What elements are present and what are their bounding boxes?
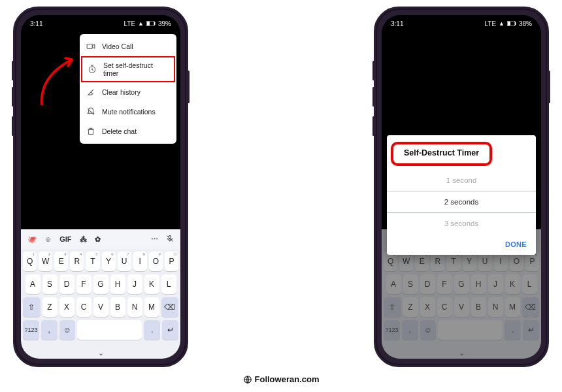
key-h[interactable]: H [110, 274, 125, 294]
key-shift[interactable]: ⇧ [23, 297, 41, 317]
key-b[interactable]: B [471, 297, 486, 317]
menu-item-clear-history[interactable]: Clear history [80, 82, 176, 102]
key-m[interactable]: M [144, 297, 159, 317]
kb-row-3: ⇧ZXCVBNM⌫ [384, 297, 539, 317]
chat-area: Video Call Set self-destruct timer Clear… [21, 32, 180, 359]
key-t[interactable]: T5 [86, 252, 99, 271]
key-f[interactable]: F [437, 274, 452, 294]
menu-item-mute[interactable]: Mute notifications [80, 102, 176, 122]
key-b[interactable]: B [110, 297, 125, 317]
key-n[interactable]: N [127, 297, 142, 317]
key-emoji[interactable]: ☺ [59, 320, 76, 340]
video-icon [86, 42, 95, 51]
signal-icon: ▲ [138, 20, 144, 27]
menu-item-self-destruct[interactable]: Set self-destruct timer [81, 56, 175, 82]
phone-left: 3:11 LTE ▲ 39% [13, 7, 188, 367]
mic-icon[interactable] [166, 235, 174, 244]
key-i[interactable]: I8 [133, 252, 147, 271]
menu-item-label: Set self-destruct timer [103, 61, 169, 77]
nav-gesture-hint: ⌄ [382, 347, 541, 359]
gif-button[interactable]: GIF [59, 235, 71, 243]
kb-row-4: ?123 , ☺ . ↵ [384, 320, 539, 340]
key-x[interactable]: X [59, 297, 74, 317]
key-c[interactable]: C [437, 297, 452, 317]
key-c[interactable]: C [76, 297, 91, 317]
status-battery-pct: 39% [158, 20, 171, 27]
timer-picker[interactable]: 1 second 2 seconds 3 seconds [387, 170, 536, 234]
menu-item-delete-chat[interactable]: Delete chat [80, 122, 176, 141]
key-k[interactable]: K [144, 274, 159, 294]
key-k[interactable]: K [505, 274, 520, 294]
translate-icon[interactable]: ⁂ [80, 235, 87, 244]
key-a[interactable]: A [25, 274, 41, 294]
key-comma[interactable]: , [402, 320, 418, 340]
mute-icon [86, 107, 95, 116]
key-d[interactable]: D [420, 274, 435, 294]
key-y[interactable]: Y6 [102, 252, 116, 271]
status-time: 3:11 [391, 20, 403, 27]
picker-option-selected[interactable]: 2 seconds [387, 191, 536, 213]
chevron-down-icon: ⌄ [459, 349, 465, 357]
key-v[interactable]: V [93, 297, 108, 317]
assistant-icon[interactable]: 🐙 [27, 235, 37, 244]
key-g[interactable]: G [93, 274, 108, 294]
kb-row-1: Q1W2E3R4T5Y6U7I8O9P0 [23, 252, 178, 271]
key-q[interactable]: Q1 [23, 252, 37, 271]
key-space[interactable] [438, 320, 503, 340]
key-g[interactable]: G [454, 274, 469, 294]
key-p[interactable]: P0 [165, 252, 178, 271]
menu-item-label: Mute notifications [102, 108, 156, 116]
settings-icon[interactable]: ✿ [95, 235, 101, 244]
key-e[interactable]: E3 [54, 252, 68, 271]
keyboard-toolbar: 🐙 ☺ GIF ⁂ ✿ ⋯ [21, 229, 180, 249]
timer-icon [88, 65, 97, 74]
key-shift[interactable]: ⇧ [384, 297, 401, 317]
broom-icon [86, 88, 95, 97]
chevron-down-icon: ⌄ [98, 349, 104, 357]
key-space[interactable] [77, 320, 142, 340]
key-z[interactable]: Z [403, 297, 418, 317]
key-m[interactable]: M [505, 297, 520, 317]
key-j[interactable]: J [127, 274, 142, 294]
key-backspace[interactable]: ⌫ [522, 297, 540, 317]
key-l[interactable]: L [161, 274, 176, 294]
kb-row-2: ASDFGHJKL [23, 274, 178, 294]
sticker-icon[interactable]: ☺ [44, 235, 52, 243]
key-f[interactable]: F [76, 274, 91, 294]
done-button[interactable]: DONE [505, 240, 527, 248]
key-mode[interactable]: ?123 [23, 320, 39, 340]
menu-item-video-call[interactable]: Video Call [80, 37, 176, 56]
keyboard: 🐙 ☺ GIF ⁂ ✿ ⋯ Q1W2E3R4T5Y6U7I8O9P0 ASDF [21, 229, 180, 359]
key-r[interactable]: R4 [70, 252, 84, 271]
trash-icon [86, 127, 95, 136]
key-backspace[interactable]: ⌫ [161, 297, 179, 317]
key-a[interactable]: A [386, 274, 401, 294]
key-d[interactable]: D [59, 274, 74, 294]
key-x[interactable]: X [420, 297, 435, 317]
key-w[interactable]: W2 [39, 252, 52, 271]
key-s[interactable]: S [42, 274, 58, 294]
status-network: LTE [484, 20, 496, 27]
key-n[interactable]: N [488, 297, 503, 317]
key-s[interactable]: S [403, 274, 418, 294]
key-l[interactable]: L [522, 274, 537, 294]
key-z[interactable]: Z [42, 297, 58, 317]
key-o[interactable]: O9 [149, 252, 163, 271]
kb-row-4: ?123 , ☺ . ↵ [23, 320, 178, 340]
picker-option[interactable]: 1 second [387, 170, 536, 191]
key-v[interactable]: V [454, 297, 469, 317]
key-h[interactable]: H [471, 274, 486, 294]
key-enter[interactable]: ↵ [523, 320, 539, 340]
menu-item-label: Video Call [102, 42, 133, 50]
picker-option[interactable]: 3 seconds [387, 213, 536, 234]
key-period[interactable]: . [504, 320, 521, 340]
key-emoji[interactable]: ☺ [420, 320, 437, 340]
key-period[interactable]: . [144, 320, 160, 340]
key-comma[interactable]: , [41, 320, 58, 340]
key-j[interactable]: J [488, 274, 503, 294]
key-u[interactable]: U7 [118, 252, 131, 271]
annotation-arrow-icon [34, 50, 86, 109]
key-enter[interactable]: ↵ [162, 320, 178, 340]
more-icon[interactable]: ⋯ [151, 235, 158, 244]
key-mode[interactable]: ?123 [384, 320, 400, 340]
